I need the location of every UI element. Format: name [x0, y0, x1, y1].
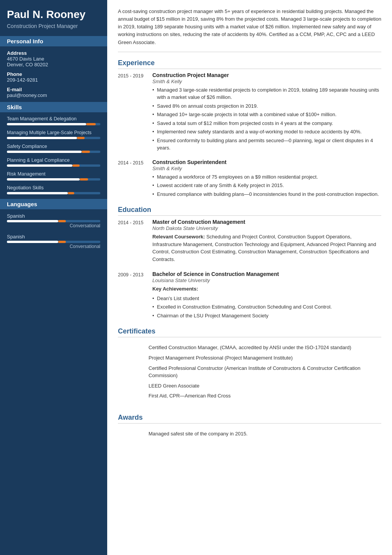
language-bar: [7, 241, 100, 243]
exp-dates: 2014 - 2015: [118, 159, 152, 199]
experience-list: 2015 - 2019 Construction Project Manager…: [118, 72, 381, 199]
skill-name: Planning & Legal Compliance: [7, 158, 100, 163]
skill-name: Risk Management: [7, 171, 100, 177]
job-title: Construction Project Manager: [152, 72, 381, 78]
achievement-item: Excelled in Construction Estimating, Con…: [152, 303, 381, 311]
certificate-item: LEED Green Associate: [149, 383, 381, 390]
skills-heading: Skills: [0, 102, 107, 112]
skill-bar-accent: [77, 137, 85, 139]
achievement-item: Dean's List student: [152, 295, 381, 302]
achievement-item: Chairman of the LSU Project Management S…: [152, 312, 381, 320]
skill-bar-accent: [72, 164, 80, 167]
summary-text: A cost-saving construction project manag…: [118, 8, 381, 52]
edu-detail: Master of Construction Management North …: [152, 219, 381, 265]
certificates-section: Certificates Certified Construction Mana…: [118, 327, 381, 407]
edu-dates: 2014 - 2015: [118, 219, 152, 265]
language-level: Conversational: [7, 223, 100, 228]
skill-bar: [7, 137, 100, 139]
achievements-label: Key Achievements:: [152, 285, 381, 293]
university-name: Louisiana State University: [152, 278, 381, 283]
experience-section: Experience 2015 - 2019 Construction Proj…: [118, 59, 381, 199]
skill-bar-fill: [7, 137, 77, 139]
skill-bar: [7, 123, 100, 125]
company-name: Smith & Kelly: [152, 166, 381, 171]
experience-item: 2014 - 2015 Construction Superintendent …: [118, 159, 381, 199]
skill-name: Negotiation Skills: [7, 185, 100, 190]
bullet-item: Ensured compliance with building plans—0…: [152, 190, 381, 198]
degree-title: Bachelor of Science in Construction Mana…: [152, 271, 381, 277]
skill-item: Safety Compliance: [7, 144, 100, 153]
exp-detail: Construction Superintendent Smith & Kell…: [152, 159, 381, 199]
education-item: 2009 - 2013 Bachelor of Science in Const…: [118, 271, 381, 320]
edu-dates: 2009 - 2013: [118, 271, 152, 320]
experience-heading: Experience: [118, 59, 381, 69]
skill-bar-fill: [7, 151, 82, 153]
language-bar-fill: [7, 220, 58, 222]
exp-detail: Construction Project Manager Smith & Kel…: [152, 72, 381, 153]
sidebar: Paul N. Rooney Construction Project Mana…: [0, 0, 107, 555]
skill-bar: [7, 178, 100, 181]
certificates-heading: Certificates: [118, 327, 381, 337]
skill-name: Team Management & Delegation: [7, 116, 100, 122]
exp-dates: 2015 - 2019: [118, 72, 152, 153]
phone-block: Phone 209-142-9281: [7, 71, 100, 83]
personal-info-heading: Personal Info: [0, 36, 107, 46]
language-name: Spanish: [7, 234, 100, 240]
skill-bar: [7, 192, 100, 194]
company-name: Smith & Kelly: [152, 79, 381, 84]
university-name: North Dakota State University: [152, 225, 381, 231]
award-item: Managed safest site of the company in 20…: [149, 430, 381, 438]
skill-item: Team Management & Delegation: [7, 116, 100, 125]
address-value: 4670 Davis LaneDenver, CO 80202: [7, 56, 100, 67]
languages-list: Spanish Conversational Spanish Conversat…: [7, 213, 100, 249]
skill-bar-accent: [82, 151, 90, 153]
bullet-item: Managed a workforce of 75 employees on a…: [152, 173, 381, 181]
bullet-item: Saved a total sum of $12 million from pr…: [152, 120, 381, 127]
experience-item: 2015 - 2019 Construction Project Manager…: [118, 72, 381, 153]
degree-title: Master of Construction Management: [152, 219, 381, 225]
awards-section: Awards Managed safest site of the compan…: [118, 414, 381, 442]
bullet-item: Implemented new safety standards and a w…: [152, 128, 381, 136]
education-heading: Education: [118, 206, 381, 216]
resume-container: Paul N. Rooney Construction Project Mana…: [0, 0, 392, 555]
language-level: Conversational: [7, 244, 100, 249]
bullet-item: Lowest accident rate of any Smith & Kell…: [152, 182, 381, 189]
skill-item: Negotiation Skills: [7, 185, 100, 194]
bullet-item: Managed 3 large-scale residential projec…: [152, 86, 381, 101]
certificate-item: Project Management Professional (Project…: [149, 355, 381, 362]
main-content: A cost-saving construction project manag…: [107, 0, 392, 555]
email-block: E-mail paul@rooney.com: [7, 87, 100, 98]
certificate-item: First Aid, CPR—American Red Cross: [149, 392, 381, 400]
exp-bullets: Managed 3 large-scale residential projec…: [152, 86, 381, 152]
address-label: Address: [7, 50, 100, 56]
language-bar-fill: [7, 241, 58, 243]
skill-name: Managing Multiple Large-Scale Projects: [7, 130, 100, 135]
bullet-item: Ensured conformity to building plans and…: [152, 137, 381, 152]
phone-value: 209-142-9281: [7, 77, 100, 83]
job-title: Construction Superintendent: [152, 159, 381, 165]
certificate-item: Certified Construction Manager, (CMAA, a…: [149, 344, 381, 351]
language-item: Spanish Conversational: [7, 213, 100, 228]
skill-bar: [7, 151, 100, 153]
edu-detail: Bachelor of Science in Construction Mana…: [152, 271, 381, 320]
skill-bar-accent: [68, 192, 74, 194]
bullet-item: Saved 8% on annual costs projection in 2…: [152, 102, 381, 110]
address-block: Address 4670 Davis LaneDenver, CO 80202: [7, 50, 100, 67]
awards-heading: Awards: [118, 414, 381, 424]
phone-label: Phone: [7, 71, 100, 77]
languages-heading: Languages: [0, 199, 107, 209]
skill-bar-fill: [7, 178, 80, 181]
skill-bar: [7, 164, 100, 167]
skill-bar-accent: [80, 178, 88, 181]
email-value: paul@rooney.com: [7, 92, 100, 98]
language-bar-accent: [58, 220, 66, 222]
skill-bar-fill: [7, 192, 68, 194]
coursework: Relevant Coursework: Scheduling and Proj…: [152, 233, 381, 263]
awards-list: Managed safest site of the company in 20…: [118, 427, 381, 442]
skill-item: Managing Multiple Large-Scale Projects: [7, 130, 100, 139]
education-item: 2014 - 2015 Master of Construction Manag…: [118, 219, 381, 265]
education-list: 2014 - 2015 Master of Construction Manag…: [118, 219, 381, 320]
certificate-item: Certified Professional Constructor (Amer…: [149, 365, 381, 379]
skill-name: Safety Compliance: [7, 144, 100, 149]
certificates-list: Certified Construction Manager, (CMAA, a…: [118, 340, 381, 407]
